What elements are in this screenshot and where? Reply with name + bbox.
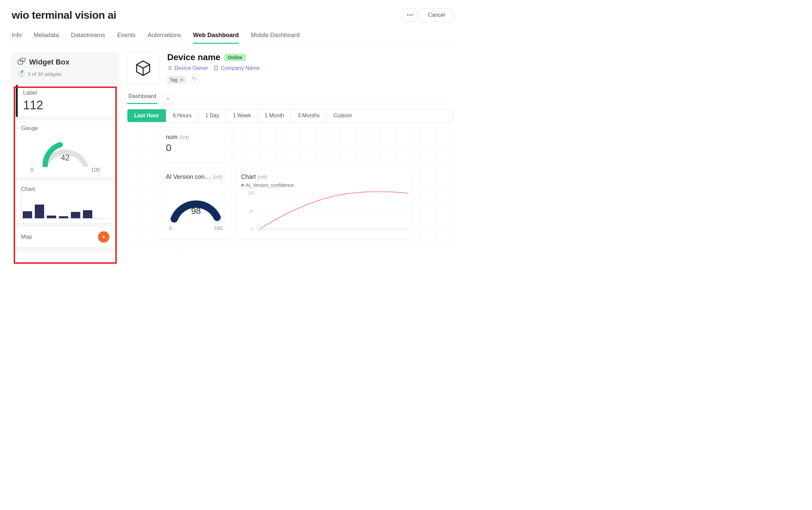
dashboard-tab[interactable]: Dashboard (127, 90, 157, 104)
svg-text:42: 42 (61, 153, 70, 162)
range-custom[interactable]: Custom (327, 109, 358, 122)
svg-point-3 (103, 236, 105, 238)
tab-info[interactable]: Info (12, 32, 22, 43)
tab-automations[interactable]: Automations (147, 32, 181, 43)
widget-item-label-value: 112 (23, 98, 109, 112)
dashboard-canvas[interactable]: num (V4) 0 AI Version con… (V5) 98 (127, 127, 453, 251)
widget-usage-pie-icon (18, 70, 25, 78)
ai-gauge-min: 0 (169, 225, 172, 231)
chart-preview-icon (21, 195, 109, 218)
add-tag-button[interactable] (190, 74, 200, 83)
tag-chip[interactable]: Tag ✕ (167, 76, 186, 84)
widget-gauge-pin: (V5) (213, 174, 222, 180)
cube-icon (135, 59, 152, 77)
add-dashboard-button[interactable]: + (163, 94, 173, 104)
widget-item-gauge[interactable]: Gauge 42 0 100 (16, 120, 115, 178)
widget-item-chart[interactable]: Chart (16, 181, 115, 223)
company-link[interactable]: Company Name (213, 65, 260, 71)
widget-item-map[interactable]: Map (16, 227, 115, 247)
svg-text:100: 100 (248, 191, 255, 196)
tab-events[interactable]: Events (117, 32, 136, 43)
close-icon[interactable]: ✕ (180, 77, 183, 83)
range-last-hour[interactable]: Last Hour (127, 109, 166, 122)
widget-chart-title: Chart (241, 174, 256, 180)
tab-metadata[interactable]: Metadata (34, 32, 59, 43)
tab-mobile-dashboard[interactable]: Mobile Dashboard (251, 32, 300, 43)
widget-item-label[interactable]: Label 112 (16, 85, 115, 117)
gauge-min: 0 (30, 167, 33, 173)
svg-point-6 (193, 78, 194, 78)
gauge-max: 100 (91, 167, 100, 173)
device-name: Device name (167, 52, 221, 62)
cancel-button[interactable]: Cancel (420, 8, 453, 22)
ai-gauge-icon: 98 (166, 180, 226, 224)
widget-num-value: 0 (166, 142, 225, 153)
widget-ai-gauge[interactable]: AI Version con… (V5) 98 0 100 (161, 169, 231, 239)
widget-box-title: Widget Box (29, 58, 69, 66)
widget-item-map-title: Map (21, 234, 32, 240)
svg-text:98: 98 (191, 206, 201, 216)
svg-rect-5 (215, 66, 218, 70)
legend-label: AI_Version_confidence (246, 182, 294, 188)
device-owner-link[interactable]: Device Owner (167, 65, 208, 71)
time-range-selector: Last Hour 6 Hours 1 Day 1 Week 1 Month 3… (127, 109, 453, 122)
widget-box-panel: Widget Box 3 of 30 widgets Label 112 Gau… (12, 52, 119, 253)
svg-text:50: 50 (249, 209, 254, 214)
range-3-months[interactable]: 3 Months (291, 109, 327, 122)
page-title: wio terminal vision ai (12, 9, 116, 21)
widget-item-chart-title: Chart (21, 186, 109, 192)
legend-dot-icon (241, 184, 244, 186)
line-chart: 100 50 0 (241, 188, 408, 235)
widget-gauge-title: AI Version con… (166, 174, 211, 180)
widget-item-gauge-title: Gauge (21, 125, 109, 132)
gauge-preview-icon: 42 (35, 134, 95, 167)
map-pin-icon (98, 231, 109, 243)
template-tabs: Info Metadata Datastreams Events Automat… (12, 32, 453, 44)
svg-point-4 (169, 66, 171, 68)
device-image-placeholder (127, 52, 159, 84)
svg-text:0: 0 (251, 227, 254, 232)
more-button[interactable]: ••• (403, 8, 417, 22)
ai-gauge-max: 100 (214, 225, 222, 231)
widget-chart-pin: (V5) (258, 174, 267, 180)
widget-count-text: 3 of 30 widgets (28, 71, 61, 77)
building-icon (213, 65, 219, 71)
range-1-month[interactable]: 1 Month (258, 109, 291, 122)
user-icon (167, 65, 173, 71)
range-6-hours[interactable]: 6 Hours (166, 109, 199, 122)
tag-icon (192, 76, 197, 82)
range-1-week[interactable]: 1 Week (226, 109, 258, 122)
tab-datastreams[interactable]: Datastreams (71, 32, 105, 43)
device-status-badge: Online (224, 54, 246, 61)
widget-box-icon (18, 58, 26, 67)
widget-num[interactable]: num (V4) 0 (161, 129, 231, 162)
widget-item-label-title: Label (23, 90, 109, 96)
range-1-day[interactable]: 1 Day (199, 109, 226, 122)
tab-web-dashboard[interactable]: Web Dashboard (193, 32, 239, 44)
widget-num-pin: (V4) (180, 134, 189, 140)
widget-chart[interactable]: Chart (V5) AI_Version_confidence 100 50 … (236, 169, 413, 239)
widget-num-title: num (166, 134, 178, 141)
